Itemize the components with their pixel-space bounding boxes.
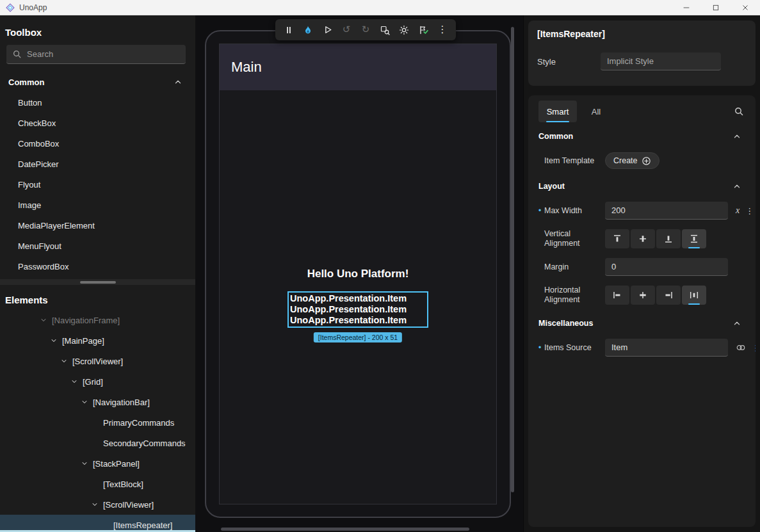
more-menu-button[interactable]: ⋮ [434, 21, 451, 38]
play-button[interactable] [319, 21, 336, 38]
chevron-down-icon [81, 460, 88, 467]
designer-toolbar: ↺ ↻ ⋮ [275, 19, 456, 40]
align-right-icon [663, 290, 674, 300]
more-options-icon[interactable]: ⋮ [752, 343, 756, 353]
preview-navigationbar[interactable]: Main [220, 44, 496, 90]
tree-item-navigationframe[interactable]: [NavigationFrame] [0, 310, 195, 330]
toolbox-item-combobox[interactable]: ComboBox [0, 134, 195, 154]
data-binding-icon[interactable] [736, 343, 746, 353]
tree-item-stackpanel[interactable]: [StackPanel] [0, 453, 195, 474]
tree-item-mainpage[interactable]: [MainPage] [0, 330, 195, 351]
valign-stretch-button[interactable] [682, 229, 706, 248]
items-source-row: • Items Source ⋮ [528, 335, 756, 360]
titlebar: UnoApp [0, 0, 760, 15]
toolbox-section-label: Common [8, 77, 44, 87]
toolbox-item-image[interactable]: Image [0, 195, 195, 216]
tree-item-label: SecondaryCommands [103, 439, 186, 448]
tab-smart[interactable]: Smart [538, 101, 577, 122]
items-source-input[interactable] [605, 339, 728, 357]
tree-item-itemsrepeater[interactable]: [ItemsRepeater] [0, 515, 195, 532]
chevron-down-icon [91, 501, 99, 508]
chevron-down-icon [50, 337, 58, 344]
toolbox-item-menuflyout[interactable]: MenuFlyout [0, 236, 195, 257]
horizontal-alignment-label: Horizontal Alignment [544, 286, 605, 305]
toolbox-item-passwordbox[interactable]: PasswordBox [0, 257, 195, 277]
plus-circle-icon [642, 156, 651, 166]
inspect-element-button[interactable] [376, 21, 393, 38]
create-template-button[interactable]: Create [605, 152, 659, 169]
tree-item-secondarycommands[interactable]: SecondaryCommands [0, 433, 195, 453]
app-root: Toolbox Common Button CheckBox ComboBox … [0, 15, 760, 532]
chevron-down-icon [70, 378, 78, 385]
toolbox-item-checkbox[interactable]: CheckBox [0, 113, 195, 134]
halign-right-button[interactable] [656, 286, 681, 305]
canvas-vertical-scrollbar[interactable] [511, 27, 514, 492]
hot-reload-button[interactable] [300, 21, 316, 38]
toolbox-search-input[interactable] [27, 49, 180, 59]
theme-toggle-button[interactable] [396, 21, 412, 38]
toolbox-item-mediaplayerelement[interactable]: MediaPlayerElement [0, 216, 195, 236]
design-canvas: ↺ ↻ ⋮ Main Hello Uno Platform! UnoApp.Pr… [195, 15, 523, 532]
undo-button[interactable]: ↺ [338, 21, 355, 38]
redo-button[interactable]: ↻ [357, 21, 374, 38]
canvas-horizontal-scrollbar[interactable] [221, 528, 469, 531]
validation-flag-icon [418, 25, 428, 35]
margin-input[interactable] [605, 258, 728, 276]
close-button[interactable] [731, 0, 760, 15]
align-center-vertical-icon [638, 234, 648, 244]
validation-button[interactable] [415, 21, 432, 38]
horizontal-alignment-row: Horizontal Alignment [528, 280, 756, 310]
halign-left-button[interactable] [605, 286, 629, 305]
margin-label: Margin [544, 262, 605, 272]
hot-reload-flame-icon [303, 25, 313, 35]
align-top-icon [612, 234, 622, 244]
tree-item-label: [NavigationBar] [93, 398, 150, 407]
halign-stretch-button[interactable] [682, 286, 706, 305]
max-width-label: Max Width [544, 206, 605, 216]
tree-item-navigationbar[interactable]: [NavigationBar] [0, 392, 195, 412]
toolbox-search[interactable] [6, 45, 186, 64]
align-bottom-icon [663, 234, 674, 244]
selected-element-card: [ItemsRepeater] Style [528, 20, 756, 86]
section-common[interactable]: Common [528, 125, 756, 148]
max-width-row: • Max Width x ⋮ [528, 198, 756, 223]
max-width-input[interactable] [605, 202, 728, 220]
valign-bottom-button[interactable] [656, 229, 681, 248]
tree-item-scrollviewer[interactable]: [ScrollViewer] [0, 351, 195, 371]
toolbox-item-datepicker[interactable]: DatePicker [0, 154, 195, 175]
properties-search-button[interactable] [734, 106, 744, 117]
pause-button[interactable] [280, 21, 297, 38]
tab-all[interactable]: All [577, 101, 615, 122]
tree-item-label: [ScrollViewer] [103, 500, 154, 510]
repeater-item: UnoApp.Presentation.Item [290, 304, 427, 315]
preview-textblock[interactable]: Hello Uno Platform! [220, 268, 496, 280]
maximize-button[interactable] [701, 0, 731, 15]
align-center-horizontal-icon [638, 290, 648, 300]
selected-itemsrepeater[interactable]: UnoApp.Presentation.Item UnoApp.Presenta… [287, 291, 428, 328]
elements-title: Elements [5, 294, 195, 305]
panel-splitter[interactable] [0, 279, 195, 285]
vertical-alignment-label: Vertical Alignment [544, 229, 605, 248]
more-options-icon[interactable]: ⋮ [745, 206, 754, 216]
tree-item-primarycommands[interactable]: PrimaryCommands [0, 412, 195, 433]
toolbox-item-flyout[interactable]: Flyout [0, 175, 195, 195]
style-input[interactable] [601, 52, 721, 70]
toolbox-item-button[interactable]: Button [0, 93, 195, 113]
tree-item-grid[interactable]: [Grid] [0, 371, 195, 392]
valign-center-button[interactable] [631, 229, 655, 248]
tree-item-textblock[interactable]: [TextBlock] [0, 474, 195, 494]
stretch-vertical-icon [689, 234, 699, 244]
section-miscellaneous[interactable]: Miscellaneous [528, 312, 756, 335]
expression-binding-icon[interactable]: x [736, 206, 740, 216]
valign-top-button[interactable] [605, 229, 629, 248]
align-left-icon [612, 290, 622, 300]
minimize-button[interactable] [672, 0, 701, 15]
halign-center-button[interactable] [631, 286, 655, 305]
left-sidebar: Toolbox Common Button CheckBox ComboBox … [0, 15, 195, 532]
toolbox-section-common[interactable]: Common [0, 72, 195, 92]
vertical-alignment-group [605, 229, 706, 248]
section-layout[interactable]: Layout [528, 175, 756, 198]
tree-item-label: [NavigationFrame] [52, 316, 120, 325]
tree-item-scrollviewer-2[interactable]: [ScrollViewer] [0, 494, 195, 515]
device-frame: Main Hello Uno Platform! UnoApp.Presenta… [205, 30, 511, 518]
